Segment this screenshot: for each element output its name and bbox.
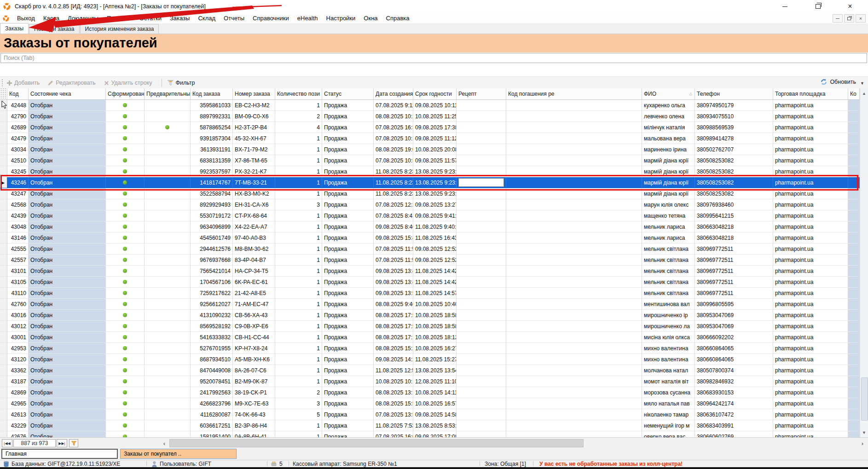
cell-kod[interactable]: 42790 [7, 111, 29, 122]
column-header-Код[interactable]: Код [7, 88, 29, 99]
cell-order-code[interactable]: 5530719172 [191, 210, 233, 221]
cell-expires[interactable]: 10.08.2025 16:57 [413, 398, 457, 409]
row-selector-cell[interactable] [0, 266, 7, 277]
cell-ko[interactable] [848, 188, 860, 199]
cell-ko[interactable] [848, 354, 860, 365]
cell-created[interactable]: 07.08.2025 9:11 [374, 100, 413, 111]
cell-marketplace[interactable]: pharmapoint.ua [773, 243, 848, 255]
row-selector-cell[interactable] [0, 210, 7, 221]
cell-fio[interactable]: мармій діана юрії [642, 188, 695, 199]
cell-expires[interactable]: 09.08.2025 12:52 [413, 243, 457, 255]
cell-preliminary[interactable] [145, 321, 191, 332]
cell-marketplace[interactable]: pharmapoint.ua [773, 365, 848, 376]
cell-recipe[interactable] [457, 431, 506, 437]
cell-formed[interactable] [106, 133, 145, 144]
restore-button[interactable] [808, 1, 827, 12]
row-selector-cell[interactable] [0, 288, 7, 299]
menu-item-Касса[interactable]: Касса [39, 15, 64, 22]
cell-phone[interactable]: 380953047069 [695, 310, 773, 321]
column-header-Ко[interactable]: Ко [848, 88, 860, 99]
cell-state[interactable]: Отобран [29, 354, 106, 365]
cell-recipe[interactable] [457, 409, 506, 420]
cell-formed[interactable] [106, 277, 145, 288]
cell-redeem-code[interactable] [506, 431, 642, 437]
cell-redeem-code[interactable] [506, 277, 642, 288]
first-record-button[interactable]: |◀◀ [2, 439, 12, 447]
cell-redeem-code[interactable] [506, 354, 642, 365]
cell-preliminary[interactable] [145, 133, 191, 144]
cell-order-code[interactable]: 1581951400 [191, 431, 233, 437]
row-selector-cell[interactable] [0, 243, 7, 255]
cell-preliminary[interactable] [145, 376, 191, 387]
cell-recipe[interactable] [457, 199, 506, 210]
cell-formed[interactable] [106, 177, 145, 188]
cell-expires[interactable]: 09.08.2025 9:41: [413, 210, 457, 221]
recipe-edit-box[interactable] [458, 178, 504, 187]
cell-order-number[interactable]: EH-31-CA-X6 [233, 199, 275, 210]
cell-state[interactable]: Отобран [29, 232, 106, 243]
cell-recipe[interactable] [457, 376, 506, 387]
menu-item-Документы[interactable]: Документы [64, 15, 103, 22]
cell-qty[interactable]: 4 [275, 122, 322, 133]
cell-status[interactable]: Продажа [322, 321, 374, 332]
cell-marketplace[interactable]: pharmapoint.ua [773, 155, 848, 166]
cell-preliminary[interactable] [145, 177, 191, 188]
cell-state[interactable]: Отобран [29, 133, 106, 144]
cell-state[interactable]: Отобран [29, 409, 106, 420]
row-selector-cell[interactable] [0, 122, 7, 133]
cell-order-code[interactable]: 4545601749 [191, 232, 233, 243]
cell-status[interactable]: Продажа [322, 144, 374, 155]
column-header-Количество пози[interactable]: Количество пози [275, 88, 322, 99]
cell-created[interactable]: 09.08.2025 8:40 [374, 221, 413, 232]
cell-phone[interactable]: 380666092202 [695, 332, 773, 343]
cell-order-number[interactable]: 83-4P-04-B7 [233, 255, 275, 266]
cell-phone[interactable]: 380660602769 [695, 431, 773, 437]
cell-redeem-code[interactable] [506, 166, 642, 177]
cell-created[interactable]: 09.08.2025 13:4 [374, 277, 413, 288]
cell-preliminary[interactable] [145, 266, 191, 277]
cell-ko[interactable] [848, 144, 860, 155]
cell-expires[interactable]: 09.08.2025 17:38 [413, 122, 457, 133]
cell-kod[interactable]: 42676 [7, 431, 29, 437]
cell-qty[interactable]: 1 [275, 221, 322, 232]
cell-phone[interactable]: 380660864065 [695, 354, 773, 365]
cell-kod[interactable]: 42557 [7, 255, 29, 266]
cell-recipe[interactable] [457, 255, 506, 266]
window-tab-orders[interactable]: Заказы от покупател .. [120, 449, 237, 459]
cell-formed[interactable] [106, 199, 145, 210]
cell-order-code[interactable]: 8897992331 [191, 111, 233, 122]
cell-expires[interactable]: 10.08.2025 14:11 [413, 387, 457, 398]
cell-redeem-code[interactable] [506, 133, 642, 144]
cell-ko[interactable] [848, 398, 860, 409]
cell-state[interactable]: Отобран [29, 310, 106, 321]
cell-fio[interactable]: мармій діана юрії [642, 166, 695, 177]
cell-expires[interactable]: 11.08.2025 14:42 [413, 266, 457, 277]
table-row[interactable]: 42869Отобран241799256338-19-CK-P12Продаж… [0, 387, 860, 398]
row-selector-cell[interactable] [0, 343, 7, 354]
cell-phone[interactable]: 380974950179 [695, 100, 773, 111]
cell-expires[interactable]: 09.08.2025 12:52 [413, 255, 457, 266]
cell-fio[interactable]: мирошниченко ір [642, 310, 695, 321]
cell-order-code[interactable]: 3613931191 [191, 144, 233, 155]
cell-kod[interactable]: 43105 [7, 277, 29, 288]
cell-fio[interactable]: оверко вера вас [642, 431, 695, 437]
row-selector-cell[interactable] [0, 376, 7, 387]
cell-formed[interactable] [106, 232, 145, 243]
table-row[interactable]: 43187Отобран9520078451B2-M9-0K-871Продаж… [0, 376, 860, 387]
cell-recipe[interactable] [457, 299, 506, 310]
cell-phone[interactable]: 380683403991 [695, 420, 773, 431]
cell-qty[interactable]: 3 [275, 398, 322, 409]
cell-recipe[interactable] [457, 321, 506, 332]
table-row[interactable]: 42568Отобран8929929493EH-31-CA-X63Продаж… [0, 199, 860, 210]
cell-redeem-code[interactable] [506, 420, 642, 431]
cell-status[interactable]: Продажа [322, 343, 374, 354]
cell-marketplace[interactable]: pharmapoint.ua [773, 210, 848, 221]
cell-order-number[interactable]: B2-3P-86-H4 [233, 420, 275, 431]
cell-fio[interactable]: михно валентина [642, 343, 695, 354]
filter-button[interactable]: Фильтр [168, 80, 195, 86]
column-header-Дата создания[interactable]: Дата создания [374, 88, 413, 99]
cell-created[interactable]: 09.08.2025 15:4 [374, 232, 413, 243]
cell-expires[interactable]: 13.08.2025 9:23: [413, 188, 457, 199]
cell-order-code[interactable]: 6036617251 [191, 420, 233, 431]
menu-item-eHealth[interactable]: eHealth [293, 15, 322, 22]
